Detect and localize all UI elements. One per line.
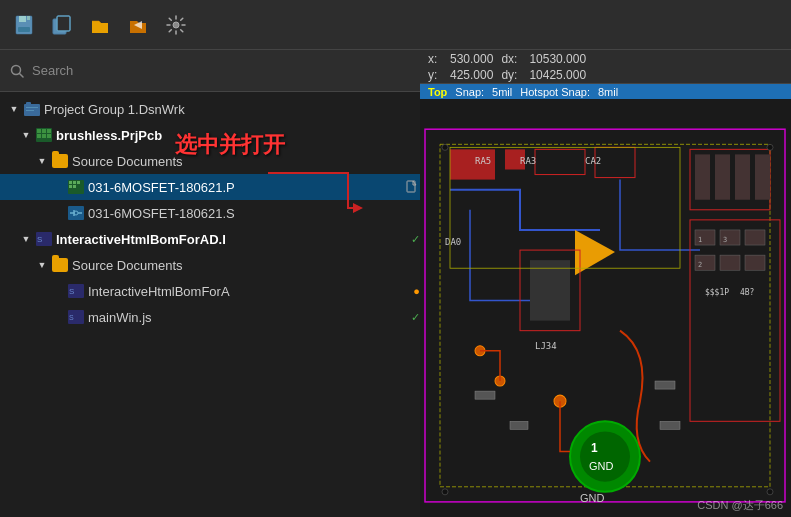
tree-item-source-docs-2[interactable]: Source Documents [0, 252, 420, 278]
copy-button[interactable] [46, 9, 78, 41]
svg-point-7 [173, 22, 179, 28]
svg-rect-79 [475, 391, 495, 399]
project-icon [24, 101, 40, 117]
source-docs-1-label: Source Documents [72, 154, 420, 169]
svg-rect-11 [26, 102, 31, 105]
y-label: y: [428, 68, 442, 82]
tree-item-mosfet-sch[interactable]: 031-6MOSFET-180621.S [0, 200, 420, 226]
hotspot-value: 8mil [598, 86, 618, 98]
svg-point-72 [580, 431, 630, 481]
dy-value: 10425.000 [529, 68, 586, 82]
svg-rect-65 [745, 255, 765, 270]
arrow-icon [36, 259, 48, 271]
interactive-file-label: InteractiveHtmlBomForA [88, 284, 405, 299]
settings-button[interactable] [160, 9, 192, 41]
watermark: CSDN @达子666 [697, 498, 783, 513]
svg-text:GND: GND [580, 492, 604, 504]
svg-rect-2 [18, 27, 30, 32]
svg-rect-5 [57, 16, 70, 31]
svg-text:$$$1P: $$$1P [705, 288, 729, 297]
search-input[interactable] [32, 63, 410, 78]
interactive-prj-badge: ✓ [411, 233, 420, 246]
svg-text:CA2: CA2 [585, 156, 601, 166]
mainwin-js-label: mainWin.js [88, 310, 403, 325]
svg-rect-82 [660, 421, 680, 429]
svg-text:LJ34: LJ34 [535, 341, 557, 351]
svg-point-85 [767, 144, 773, 150]
arrow-icon [36, 155, 48, 167]
svg-text:S: S [69, 287, 74, 296]
svg-text:RA3: RA3 [520, 156, 536, 166]
tree-item-brushless-pcb[interactable]: brushless.PrjPcb [0, 122, 420, 148]
svg-text:DA0: DA0 [445, 237, 461, 247]
svg-rect-52 [735, 154, 750, 199]
svg-point-86 [442, 489, 448, 495]
svg-rect-15 [37, 129, 41, 133]
snap-value: 5mil [492, 86, 512, 98]
search-bar [0, 50, 420, 92]
tree-item-mosfet-pcb[interactable]: 031-6MOSFET-180621.P [0, 174, 420, 200]
tree-item-source-docs-1[interactable]: Source Documents [0, 148, 420, 174]
pcbfile-icon [68, 179, 84, 195]
svg-rect-56 [530, 260, 570, 320]
status-bar: Top Snap: 5mil Hotspot Snap: 8mil [420, 84, 791, 99]
toolbar [0, 0, 791, 50]
folder-icon [52, 153, 68, 169]
tree-item-interactive-file[interactable]: S InteractiveHtmlBomForA ● [0, 278, 420, 304]
arrow-icon [20, 233, 32, 245]
svg-rect-23 [73, 181, 76, 184]
pcb-canvas[interactable]: RA5 RA3 CA2 DA0 [420, 99, 791, 517]
mainwin-js-badge: ✓ [411, 311, 420, 324]
svg-rect-12 [26, 107, 38, 108]
mosfet-sch-label: 031-6MOSFET-180621.S [88, 206, 420, 221]
interactive-file-badge: ● [413, 285, 420, 297]
svg-rect-25 [69, 185, 72, 188]
interactive-prj-label: InteractiveHtmlBomForAD.I [56, 232, 403, 247]
x-value: 530.000 [450, 52, 493, 66]
tree-item-interactive-prj[interactable]: S InteractiveHtmlBomForAD.I ✓ [0, 226, 420, 252]
tree-item-project-group[interactable]: Project Group 1.DsnWrk [0, 96, 420, 122]
save-button[interactable] [8, 9, 40, 41]
svg-rect-17 [47, 129, 51, 133]
dx-value: 10530.000 [529, 52, 586, 66]
open2-button[interactable] [122, 9, 154, 41]
y-value: 425.000 [450, 68, 493, 82]
svg-rect-20 [47, 134, 51, 138]
svg-rect-24 [77, 181, 80, 184]
svg-rect-26 [73, 185, 76, 188]
svg-text:4B?: 4B? [740, 288, 755, 297]
svg-rect-62 [745, 230, 765, 245]
tree-item-mainwin-js[interactable]: S mainWin.js ✓ [0, 304, 420, 330]
schfile-icon [68, 205, 84, 221]
svg-rect-3 [27, 16, 30, 20]
svg-text:1: 1 [698, 235, 702, 244]
brushless-pcb-label: brushless.PrjPcb [56, 128, 420, 143]
svg-rect-50 [695, 154, 710, 199]
svg-rect-1 [19, 16, 26, 22]
svg-rect-80 [510, 421, 528, 429]
svg-rect-19 [42, 134, 46, 138]
svg-point-87 [767, 489, 773, 495]
arrow-icon [8, 103, 20, 115]
svg-text:RA5: RA5 [475, 156, 491, 166]
page-icon [406, 180, 420, 194]
layer-name: Top [428, 86, 447, 98]
project-group-label: Project Group 1.DsnWrk [44, 102, 420, 117]
tree-area: Project Group 1.DsnWrk brushle [0, 92, 420, 517]
coordinates: x: 530.000 dx: 10530.000 y: 425.000 dy: … [428, 52, 586, 82]
js-file-icon: S [68, 309, 84, 325]
svg-point-84 [442, 144, 448, 150]
svg-text:S: S [69, 314, 74, 321]
svg-rect-51 [715, 154, 730, 199]
svg-text:2: 2 [698, 260, 702, 269]
interactive-file-icon: S [68, 283, 84, 299]
svg-rect-64 [720, 255, 740, 270]
main-area: Project Group 1.DsnWrk brushle [0, 50, 791, 517]
x-label: x: [428, 52, 442, 66]
source-docs-2-label: Source Documents [72, 258, 420, 273]
svg-rect-16 [42, 129, 46, 133]
mosfet-pcb-label: 031-6MOSFET-180621.P [88, 180, 398, 195]
svg-text:1: 1 [591, 440, 598, 454]
open-button[interactable] [84, 9, 116, 41]
folder2-icon [52, 257, 68, 273]
